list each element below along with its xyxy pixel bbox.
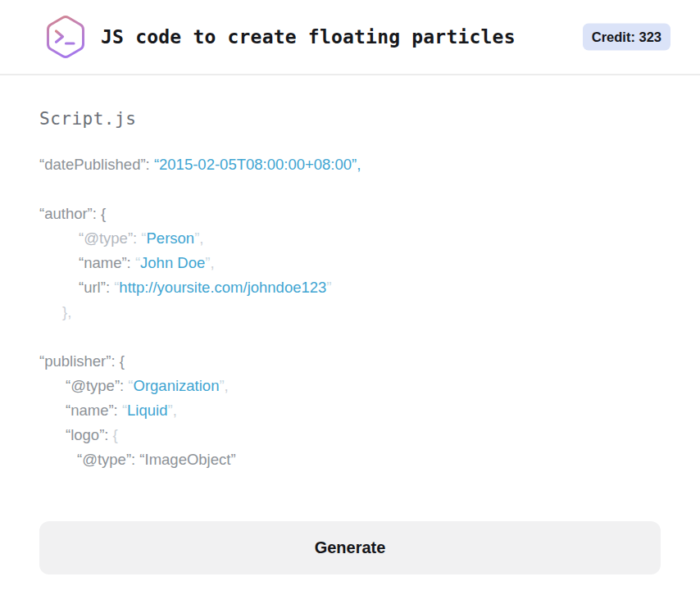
- code-line: “datePublished”: “2015-02-05T08:00:00+08…: [39, 152, 661, 177]
- code-line: “publisher”: {: [39, 349, 661, 374]
- code-token: :: [131, 451, 139, 468]
- code-token: ,: [173, 402, 177, 419]
- code-token: :: [133, 229, 141, 247]
- code-token: :: [104, 426, 112, 443]
- code-line: “author”: {: [39, 202, 661, 226]
- code-line: “name”: “Liquid”,: [39, 398, 661, 423]
- code-line: “@type”: “Organization”,: [39, 374, 661, 398]
- header: JS code to create floating particles Cre…: [0, 0, 700, 75]
- code-line: “logo”: {: [39, 423, 661, 447]
- code-line: “@type”: “Person”,: [39, 226, 661, 251]
- code-line: [39, 177, 661, 202]
- code-token: },: [62, 303, 71, 320]
- code-token: : {: [93, 205, 106, 222]
- code-token: John Doe: [140, 254, 205, 271]
- code-token: “@type”: [77, 451, 131, 468]
- code-token: “name”: [66, 402, 114, 419]
- script-filename: Script.js: [39, 107, 661, 131]
- code-token: “datePublished”: [39, 156, 146, 173]
- code-token: “publisher”: [39, 352, 111, 370]
- code-token: “url”: [79, 279, 106, 296]
- code-token: ,: [225, 377, 229, 394]
- code-token: “@type”: [66, 377, 120, 394]
- code-token: :: [114, 402, 122, 419]
- code-token: ,: [199, 229, 203, 247]
- code-line: [39, 325, 661, 349]
- code-token: “author”: [39, 205, 93, 222]
- code-line: “name”: “John Doe”,: [39, 251, 661, 275]
- code-token: :: [146, 156, 154, 173]
- code-line: “url”: “http://yoursite.com/johndoe123”: [39, 275, 661, 300]
- credit-badge: Credit: 323: [583, 24, 670, 51]
- code-token: :: [120, 377, 128, 394]
- generate-button[interactable]: Generate: [39, 521, 661, 574]
- code-token: :: [106, 279, 114, 296]
- code-token: “@type”: [79, 229, 133, 247]
- code-token: Person: [147, 229, 195, 247]
- code-line: },: [39, 300, 661, 325]
- code-token: Liquid: [127, 402, 167, 419]
- code-token: Organization: [134, 377, 220, 394]
- main-content: Script.js “datePublished”: “2015-02-05T0…: [0, 107, 700, 574]
- code-block: “datePublished”: “2015-02-05T08:00:00+08…: [39, 152, 661, 472]
- code-token: “ImageObject”: [139, 451, 235, 468]
- code-token: “logo”: [66, 426, 104, 443]
- code-token: : {: [111, 352, 124, 370]
- code-token: “name”: [79, 254, 127, 271]
- code-token: :: [127, 254, 135, 271]
- code-token: “2015-02-05T08:00:00+08:00”,: [154, 156, 361, 173]
- code-token: http://yoursite.com/johndoe123: [119, 279, 326, 296]
- page-title: JS code to create floating particles: [101, 26, 516, 48]
- code-token: {: [113, 426, 118, 443]
- code-token: ”: [326, 279, 331, 296]
- terminal-prompt-hexagon-icon: [44, 14, 87, 60]
- code-line: “@type”: “ImageObject”: [39, 447, 661, 472]
- code-token: ,: [210, 254, 214, 271]
